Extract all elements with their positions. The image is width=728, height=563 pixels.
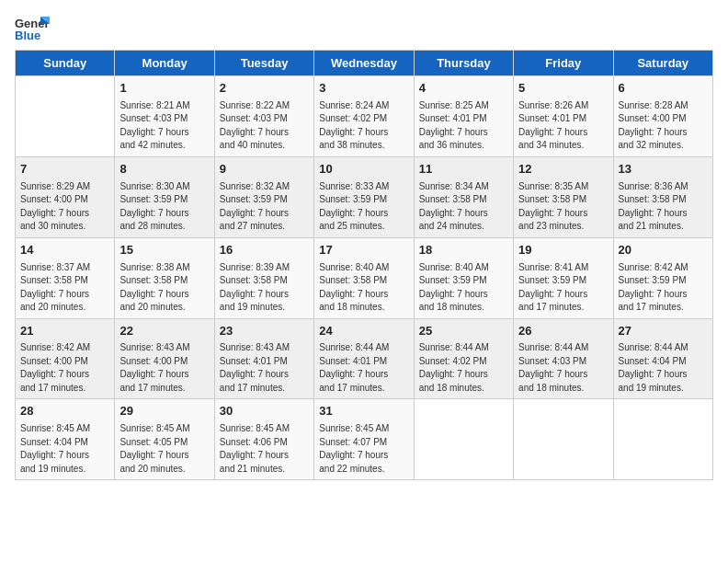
day-info: Sunrise: 8:40 AM Sunset: 3:58 PM Dayligh… <box>319 261 408 315</box>
day-number: 28 <box>20 403 109 420</box>
calendar-cell: 3Sunrise: 8:24 AM Sunset: 4:02 PM Daylig… <box>314 76 414 157</box>
calendar-cell: 30Sunrise: 8:45 AM Sunset: 4:06 PM Dayli… <box>214 399 313 480</box>
calendar-cell: 11Sunrise: 8:34 AM Sunset: 3:58 PM Dayli… <box>414 156 513 237</box>
calendar-cell: 4Sunrise: 8:25 AM Sunset: 4:01 PM Daylig… <box>414 76 513 157</box>
day-info: Sunrise: 8:44 AM Sunset: 4:02 PM Dayligh… <box>419 341 508 395</box>
calendar-cell: 19Sunrise: 8:41 AM Sunset: 3:59 PM Dayli… <box>514 237 613 318</box>
calendar-cell: 7Sunrise: 8:29 AM Sunset: 4:00 PM Daylig… <box>16 156 115 237</box>
calendar-cell: 12Sunrise: 8:35 AM Sunset: 3:58 PM Dayli… <box>514 156 613 237</box>
day-number: 25 <box>419 323 508 340</box>
calendar-cell: 29Sunrise: 8:45 AM Sunset: 4:05 PM Dayli… <box>115 399 214 480</box>
calendar-cell: 13Sunrise: 8:36 AM Sunset: 3:58 PM Dayli… <box>613 156 712 237</box>
calendar-week-row: 21Sunrise: 8:42 AM Sunset: 4:00 PM Dayli… <box>16 318 713 399</box>
day-info: Sunrise: 8:24 AM Sunset: 4:02 PM Dayligh… <box>319 99 408 153</box>
day-info: Sunrise: 8:45 AM Sunset: 4:06 PM Dayligh… <box>220 422 309 476</box>
calendar-table: SundayMondayTuesdayWednesdayThursdayFrid… <box>15 50 713 480</box>
day-info: Sunrise: 8:45 AM Sunset: 4:04 PM Dayligh… <box>20 422 109 476</box>
day-number: 16 <box>220 242 309 259</box>
day-info: Sunrise: 8:26 AM Sunset: 4:01 PM Dayligh… <box>518 99 608 153</box>
svg-text:Blue: Blue <box>15 29 40 42</box>
day-info: Sunrise: 8:40 AM Sunset: 3:59 PM Dayligh… <box>419 261 508 315</box>
day-number: 3 <box>319 80 408 98</box>
calendar-body: 1Sunrise: 8:21 AM Sunset: 4:03 PM Daylig… <box>16 76 713 480</box>
calendar-cell <box>514 399 613 480</box>
day-number: 12 <box>518 161 608 178</box>
day-info: Sunrise: 8:39 AM Sunset: 3:58 PM Dayligh… <box>220 261 309 315</box>
day-info: Sunrise: 8:44 AM Sunset: 4:01 PM Dayligh… <box>319 341 408 395</box>
calendar-cell: 20Sunrise: 8:42 AM Sunset: 3:59 PM Dayli… <box>613 237 712 318</box>
day-info: Sunrise: 8:42 AM Sunset: 4:00 PM Dayligh… <box>20 341 109 395</box>
calendar-cell: 14Sunrise: 8:37 AM Sunset: 3:58 PM Dayli… <box>16 237 115 318</box>
day-number: 10 <box>319 161 408 178</box>
day-number: 22 <box>119 323 209 340</box>
day-number: 4 <box>419 80 508 98</box>
calendar-week-row: 28Sunrise: 8:45 AM Sunset: 4:04 PM Dayli… <box>16 399 713 480</box>
day-number: 21 <box>20 323 109 340</box>
weekday-header-cell: Sunday <box>16 51 115 76</box>
weekday-header-cell: Wednesday <box>314 51 414 76</box>
day-info: Sunrise: 8:41 AM Sunset: 3:59 PM Dayligh… <box>518 261 608 315</box>
calendar-cell: 15Sunrise: 8:38 AM Sunset: 3:58 PM Dayli… <box>115 237 214 318</box>
day-number: 11 <box>419 161 508 178</box>
day-info: Sunrise: 8:30 AM Sunset: 3:59 PM Dayligh… <box>119 180 209 234</box>
calendar-cell: 27Sunrise: 8:44 AM Sunset: 4:04 PM Dayli… <box>613 318 712 399</box>
day-number: 8 <box>119 161 209 178</box>
logo: General Blue <box>15 15 50 42</box>
day-info: Sunrise: 8:37 AM Sunset: 3:58 PM Dayligh… <box>20 261 109 315</box>
day-number: 27 <box>619 323 708 340</box>
calendar-cell: 18Sunrise: 8:40 AM Sunset: 3:59 PM Dayli… <box>414 237 513 318</box>
day-info: Sunrise: 8:45 AM Sunset: 4:05 PM Dayligh… <box>119 422 209 476</box>
weekday-header-cell: Thursday <box>414 51 513 76</box>
day-number: 17 <box>319 242 408 259</box>
calendar-cell: 5Sunrise: 8:26 AM Sunset: 4:01 PM Daylig… <box>514 76 613 157</box>
calendar-week-row: 1Sunrise: 8:21 AM Sunset: 4:03 PM Daylig… <box>16 76 713 157</box>
weekday-header-cell: Saturday <box>613 51 712 76</box>
day-number: 20 <box>619 242 708 259</box>
day-number: 7 <box>20 161 109 178</box>
day-number: 5 <box>518 80 608 98</box>
day-info: Sunrise: 8:38 AM Sunset: 3:58 PM Dayligh… <box>119 261 209 315</box>
weekday-header-cell: Friday <box>514 51 613 76</box>
calendar-cell <box>414 399 513 480</box>
calendar-cell: 26Sunrise: 8:44 AM Sunset: 4:03 PM Dayli… <box>514 318 613 399</box>
day-number: 13 <box>619 161 708 178</box>
day-info: Sunrise: 8:28 AM Sunset: 4:00 PM Dayligh… <box>619 99 708 153</box>
day-info: Sunrise: 8:22 AM Sunset: 4:03 PM Dayligh… <box>220 99 309 153</box>
day-info: Sunrise: 8:35 AM Sunset: 3:58 PM Dayligh… <box>518 180 608 234</box>
day-info: Sunrise: 8:21 AM Sunset: 4:03 PM Dayligh… <box>119 99 209 153</box>
day-info: Sunrise: 8:44 AM Sunset: 4:03 PM Dayligh… <box>518 341 608 395</box>
day-number: 1 <box>119 80 209 98</box>
day-number: 23 <box>220 323 309 340</box>
calendar-cell <box>16 76 115 157</box>
calendar-cell: 25Sunrise: 8:44 AM Sunset: 4:02 PM Dayli… <box>414 318 513 399</box>
day-number: 18 <box>419 242 508 259</box>
day-info: Sunrise: 8:25 AM Sunset: 4:01 PM Dayligh… <box>419 99 508 153</box>
day-info: Sunrise: 8:43 AM Sunset: 4:00 PM Dayligh… <box>119 341 209 395</box>
calendar-cell: 31Sunrise: 8:45 AM Sunset: 4:07 PM Dayli… <box>314 399 414 480</box>
day-info: Sunrise: 8:42 AM Sunset: 3:59 PM Dayligh… <box>619 261 708 315</box>
day-info: Sunrise: 8:36 AM Sunset: 3:58 PM Dayligh… <box>619 180 708 234</box>
calendar-cell: 23Sunrise: 8:43 AM Sunset: 4:01 PM Dayli… <box>214 318 313 399</box>
day-info: Sunrise: 8:45 AM Sunset: 4:07 PM Dayligh… <box>319 422 408 476</box>
day-number: 29 <box>119 403 209 420</box>
calendar-cell: 28Sunrise: 8:45 AM Sunset: 4:04 PM Dayli… <box>16 399 115 480</box>
calendar-cell: 9Sunrise: 8:32 AM Sunset: 3:59 PM Daylig… <box>214 156 313 237</box>
day-number: 15 <box>119 242 209 259</box>
weekday-header-cell: Tuesday <box>214 51 313 76</box>
calendar-cell: 2Sunrise: 8:22 AM Sunset: 4:03 PM Daylig… <box>214 76 313 157</box>
calendar-cell: 24Sunrise: 8:44 AM Sunset: 4:01 PM Dayli… <box>314 318 414 399</box>
calendar-cell: 10Sunrise: 8:33 AM Sunset: 3:59 PM Dayli… <box>314 156 414 237</box>
day-number: 6 <box>619 80 708 98</box>
day-info: Sunrise: 8:44 AM Sunset: 4:04 PM Dayligh… <box>619 341 708 395</box>
calendar-cell: 8Sunrise: 8:30 AM Sunset: 3:59 PM Daylig… <box>115 156 214 237</box>
day-info: Sunrise: 8:43 AM Sunset: 4:01 PM Dayligh… <box>220 341 309 395</box>
calendar-cell: 6Sunrise: 8:28 AM Sunset: 4:00 PM Daylig… <box>613 76 712 157</box>
day-number: 9 <box>220 161 309 178</box>
calendar-week-row: 7Sunrise: 8:29 AM Sunset: 4:00 PM Daylig… <box>16 156 713 237</box>
calendar-week-row: 14Sunrise: 8:37 AM Sunset: 3:58 PM Dayli… <box>16 237 713 318</box>
day-number: 2 <box>220 80 309 98</box>
day-number: 31 <box>319 403 408 420</box>
day-info: Sunrise: 8:33 AM Sunset: 3:59 PM Dayligh… <box>319 180 408 234</box>
day-number: 24 <box>319 323 408 340</box>
day-number: 30 <box>220 403 309 420</box>
